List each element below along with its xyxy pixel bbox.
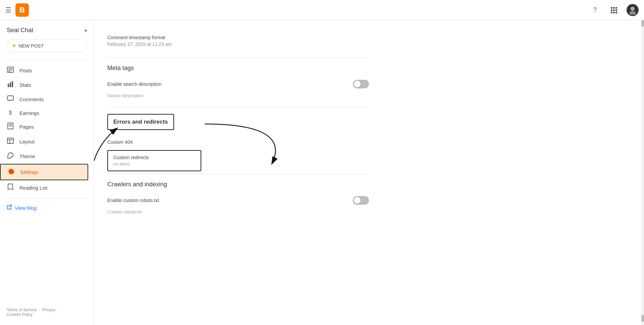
sidebar-item-layout[interactable]: Layout <box>0 134 88 149</box>
sidebar-item-pages[interactable]: Pages <box>0 119 88 134</box>
new-post-button[interactable]: + NEW POST <box>7 39 87 52</box>
custom-redirects-box: Custom redirects no items <box>107 150 369 171</box>
svg-rect-3 <box>611 9 612 11</box>
custom-404-row: Custom 404 <box>107 137 369 147</box>
sidebar-item-label: Layout <box>19 139 35 144</box>
sidebar-item-label: Pages <box>19 124 34 130</box>
search-description-placeholder: Search description <box>107 91 369 100</box>
sidebar-item-stats[interactable]: Stats <box>0 78 88 92</box>
earnings-icon: $ <box>7 110 14 116</box>
svg-rect-5 <box>615 9 617 11</box>
robots-placeholder: Custom robots.txt <box>107 207 369 216</box>
svg-rect-0 <box>611 7 612 9</box>
crawlers-title: Crawlers and indexing <box>107 181 369 188</box>
comment-timestamp-section: Comment timestamp format February 27, 20… <box>107 28 369 58</box>
errors-redirects-section: Errors and redirects Custom 404 Custom r… <box>107 107 369 174</box>
sidebar-item-label: Stats <box>19 82 31 88</box>
comment-timestamp-label: Comment timestamp format <box>107 35 369 40</box>
view-blog-label: View blog <box>15 205 37 211</box>
sidebar-item-label: Earnings <box>19 110 39 116</box>
blog-name: Seal Chat <box>7 27 33 34</box>
topbar: ☰ B ? <box>0 0 644 20</box>
svg-rect-15 <box>8 84 9 87</box>
sidebar-divider <box>5 60 88 61</box>
layout-icon <box>7 138 14 145</box>
topbar-left: ☰ B <box>5 3 29 17</box>
custom-redirects-empty: no items <box>113 161 195 167</box>
apps-icon[interactable] <box>608 4 620 16</box>
svg-point-10 <box>629 11 636 15</box>
enable-robots-label: Enable custom robots.txt <box>107 198 159 203</box>
custom-redirects-content: Custom redirects no items <box>107 150 201 171</box>
sidebar-item-label: Theme <box>19 153 35 159</box>
content-policy-link[interactable]: Content Policy <box>7 312 33 317</box>
sidebar-item-label: Posts <box>19 68 32 73</box>
sidebar: Seal Chat ▾ + NEW POST Posts Stats C <box>0 20 94 325</box>
enable-search-label: Enable search description <box>107 81 161 87</box>
meta-tags-section: Meta tags Enable search description Sear… <box>107 58 369 107</box>
svg-rect-16 <box>10 82 11 87</box>
svg-rect-17 <box>12 81 13 87</box>
view-blog-button[interactable]: View blog <box>0 201 94 214</box>
hamburger-icon[interactable]: ☰ <box>5 6 11 14</box>
enable-search-row: Enable search description <box>107 77 369 91</box>
plus-icon: + <box>12 42 16 49</box>
sidebar-item-label: Comments <box>19 96 44 102</box>
enable-robots-row: Enable custom robots.txt <box>107 193 369 207</box>
sidebar-item-posts[interactable]: Posts <box>0 63 88 78</box>
errors-redirects-title-box: Errors and redirects <box>107 114 174 130</box>
blog-selector[interactable]: Seal Chat ▾ <box>0 24 94 39</box>
topbar-right: ? <box>589 4 639 16</box>
comments-icon <box>7 95 14 103</box>
stats-icon <box>7 81 14 89</box>
sidebar-item-reading-list[interactable]: Reading List <box>0 180 88 195</box>
posts-icon <box>7 67 14 74</box>
sidebar-divider-2 <box>5 198 88 198</box>
svg-rect-22 <box>7 138 13 143</box>
meta-tags-title: Meta tags <box>107 65 369 72</box>
svg-point-9 <box>631 6 635 10</box>
pages-icon <box>7 123 14 131</box>
svg-rect-1 <box>613 7 615 9</box>
reading-list-icon <box>7 184 14 192</box>
svg-rect-6 <box>611 12 612 13</box>
crawlers-section: Crawlers and indexing Enable custom robo… <box>107 174 369 223</box>
svg-rect-7 <box>613 12 615 13</box>
sidebar-item-label: Settings <box>20 169 38 175</box>
sidebar-item-settings[interactable]: Settings <box>0 164 88 180</box>
external-link-icon <box>7 204 12 211</box>
enable-search-toggle[interactable] <box>353 80 369 88</box>
main-content: Comment timestamp format February 27, 20… <box>94 20 644 325</box>
sidebar-item-earnings[interactable]: $ Earnings <box>0 107 88 119</box>
sidebar-item-comments[interactable]: Comments <box>0 92 88 107</box>
avatar[interactable] <box>627 4 639 16</box>
privacy-link[interactable]: Privacy <box>42 308 55 312</box>
svg-rect-4 <box>613 9 615 11</box>
theme-icon <box>7 152 14 160</box>
blogger-logo[interactable]: B <box>15 3 29 17</box>
content-area: Comment timestamp format February 27, 20… <box>94 20 382 231</box>
svg-rect-2 <box>615 7 617 9</box>
settings-icon <box>7 168 15 176</box>
comment-timestamp-value: February 27, 2025 at 11:23 am <box>107 40 369 51</box>
help-icon[interactable]: ? <box>589 4 601 16</box>
chevron-down-icon: ▾ <box>85 28 87 33</box>
sidebar-footer: Terms of Service · Privacy · Content Pol… <box>0 304 94 321</box>
sidebar-item-theme[interactable]: Theme <box>0 149 88 164</box>
terms-link[interactable]: Terms of Service <box>7 308 37 312</box>
svg-rect-8 <box>615 12 617 13</box>
sidebar-item-label: Reading List <box>19 185 47 191</box>
enable-robots-toggle[interactable] <box>353 196 369 205</box>
custom-redirects-label: Custom redirects <box>113 155 195 160</box>
svg-rect-18 <box>7 96 13 100</box>
errors-redirects-title: Errors and redirects <box>113 119 168 125</box>
custom-404-label: Custom 404 <box>107 139 132 145</box>
